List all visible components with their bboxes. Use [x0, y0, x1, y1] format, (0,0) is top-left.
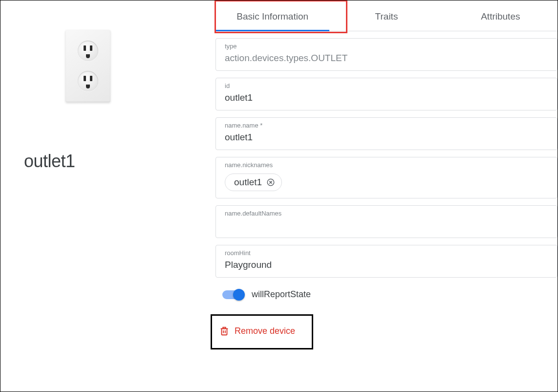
field-name-nicknames[interactable]: name.nicknames outlet1 — [215, 157, 558, 198]
tab-attributes[interactable]: Attributes — [444, 0, 558, 31]
remove-device-label: Remove device — [235, 326, 295, 336]
toggle-willreportstate-row: willReportState — [222, 289, 558, 300]
nickname-chip[interactable]: outlet1 — [225, 174, 282, 191]
trash-icon — [219, 326, 230, 336]
tab-basic-information[interactable]: Basic Information — [215, 0, 329, 31]
roomhint-input[interactable] — [225, 260, 548, 270]
field-roomhint[interactable]: roomHint — [215, 245, 558, 278]
field-roomhint-label: roomHint — [225, 249, 548, 257]
tab-traits[interactable]: Traits — [329, 0, 443, 31]
remove-device-button[interactable]: Remove device — [219, 326, 295, 336]
socket-bottom — [78, 71, 98, 91]
field-name-nicknames-label: name.nicknames — [225, 161, 548, 169]
socket-top — [78, 41, 98, 61]
tabs: Basic Information Traits Attributes — [215, 0, 558, 31]
field-type: type action.devices.types.OUTLET — [215, 38, 558, 71]
outlet-icon — [65, 30, 110, 102]
field-name-defaultnames[interactable]: name.defaultNames — [215, 205, 558, 238]
field-name-defaultnames-label: name.defaultNames — [225, 210, 548, 217]
field-id-label: id — [225, 82, 548, 89]
field-type-value: action.devices.types.OUTLET — [225, 53, 548, 64]
name-name-input[interactable] — [225, 132, 548, 143]
device-name-heading: outlet1 — [24, 151, 192, 172]
nickname-chip-text: outlet1 — [234, 177, 262, 188]
form-area: type action.devices.types.OUTLET id outl… — [215, 31, 558, 359]
field-id: id outlet1 — [215, 78, 558, 110]
main-content: Basic Information Traits Attributes type… — [215, 0, 558, 392]
field-id-value: outlet1 — [225, 92, 548, 103]
willreportstate-toggle[interactable] — [222, 290, 244, 299]
switch-thumb — [233, 289, 245, 301]
field-name-name[interactable]: name.name * — [215, 117, 558, 150]
highlight-remove-device: Remove device — [211, 314, 313, 349]
field-name-name-label: name.name * — [225, 122, 548, 129]
defaultnames-value[interactable] — [225, 220, 548, 231]
sidebar: outlet1 — [0, 0, 215, 392]
field-type-label: type — [225, 43, 548, 50]
close-icon[interactable] — [266, 177, 276, 187]
willreportstate-label: willReportState — [252, 289, 311, 300]
